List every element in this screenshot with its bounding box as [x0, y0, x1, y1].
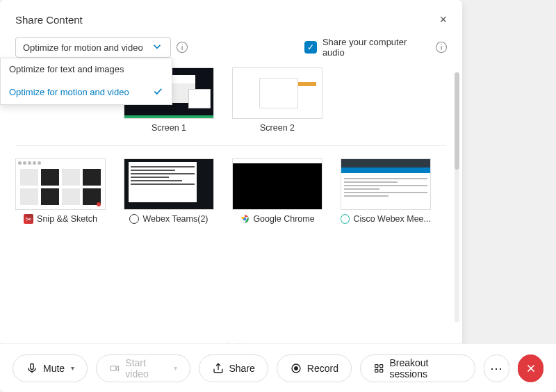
svg-rect-7: [380, 364, 383, 367]
optimize-option-text-images[interactable]: Optimize for text and images: [1, 58, 172, 80]
info-icon[interactable]: i: [436, 42, 447, 53]
screen-thumbnail[interactable]: Screen 2: [232, 67, 322, 133]
panel-header: Share Content ×: [15, 13, 447, 27]
app-thumbnail[interactable]: Cisco Webex Mee...: [341, 158, 431, 224]
svg-rect-8: [375, 369, 378, 372]
app-preview: [341, 158, 431, 210]
app-thumbnail[interactable]: Webex Teams(2): [124, 158, 214, 224]
chevron-down-icon: [151, 40, 163, 55]
info-icon[interactable]: i: [177, 42, 188, 53]
screen-preview: [232, 67, 322, 119]
optimize-option-motion-video[interactable]: Optimize for motion and video: [1, 80, 172, 104]
chrome-icon: [240, 214, 250, 224]
svg-rect-3: [111, 366, 116, 370]
optimize-select[interactable]: Optimize for motion and video: [15, 37, 171, 58]
app-preview: [124, 158, 214, 210]
svg-rect-2: [31, 364, 34, 369]
svg-rect-6: [375, 364, 378, 367]
scrollbar[interactable]: [455, 72, 459, 322]
mute-label: Mute: [43, 363, 65, 374]
check-icon: [152, 85, 163, 99]
start-video-button[interactable]: Start video ▾: [96, 354, 190, 382]
optimize-dropdown: Optimize for text and images Optimize fo…: [0, 58, 172, 105]
app-preview: [15, 158, 106, 210]
app-label: Snip && Sketch: [37, 214, 97, 224]
share-icon: [212, 362, 224, 375]
panel-title: Share Content: [15, 14, 83, 26]
meeting-toolbar: Mute ▾ Start video ▾ Share Record Breako…: [0, 343, 556, 392]
mute-button[interactable]: Mute ▾: [13, 354, 88, 382]
snip-icon: ✂: [24, 214, 33, 224]
share-button[interactable]: Share: [199, 354, 268, 382]
optimize-option-label: Optimize for motion and video: [9, 87, 129, 97]
apps-grid: ✂ Snip && Sketch Webex Teams(2) Google C…: [15, 158, 447, 224]
screen-label: Screen 2: [260, 123, 295, 133]
end-call-button[interactable]: [518, 354, 543, 382]
close-icon[interactable]: ×: [439, 13, 447, 27]
screen-label: Screen 1: [152, 123, 186, 133]
app-preview: [232, 158, 322, 210]
svg-point-5: [295, 366, 298, 370]
app-label: Webex Teams(2): [142, 214, 208, 224]
svg-rect-9: [380, 369, 383, 372]
start-video-label: Start video: [125, 357, 167, 379]
app-thumbnail[interactable]: Google Chrome: [232, 158, 322, 224]
share-label: Share: [229, 363, 255, 374]
cisco-icon: [341, 214, 350, 224]
breakout-button[interactable]: Breakout sessions: [360, 354, 475, 382]
record-label: Record: [307, 363, 338, 374]
app-label: Google Chrome: [253, 214, 314, 224]
more-button[interactable]: ⋯: [484, 354, 509, 382]
breakout-icon: [373, 362, 384, 375]
webex-icon: [129, 214, 139, 224]
optimize-option-label: Optimize for text and images: [9, 64, 124, 74]
options-row: Optimize for motion and video i ✓ Share …: [15, 37, 447, 58]
mic-icon: [26, 362, 38, 375]
optimize-selected-label: Optimize for motion and video: [23, 42, 143, 53]
chevron-down-icon: ▾: [174, 364, 177, 372]
breakout-label: Breakout sessions: [389, 357, 462, 379]
divider: [15, 145, 446, 146]
share-content-panel: Share Content × Optimize for motion and …: [0, 0, 462, 345]
app-thumbnail[interactable]: ✂ Snip && Sketch: [15, 158, 106, 224]
record-icon: [290, 362, 302, 375]
share-audio-label: Share your computer audio: [322, 37, 430, 58]
record-button[interactable]: Record: [277, 354, 352, 382]
more-icon: ⋯: [490, 361, 503, 376]
share-audio-row: ✓ Share your computer audio i: [304, 37, 447, 58]
chevron-down-icon: ▾: [71, 364, 74, 372]
app-label: Cisco Webex Mee...: [353, 214, 431, 224]
video-icon: [109, 362, 120, 375]
share-audio-checkbox[interactable]: ✓: [304, 41, 317, 54]
close-icon: [525, 362, 537, 375]
